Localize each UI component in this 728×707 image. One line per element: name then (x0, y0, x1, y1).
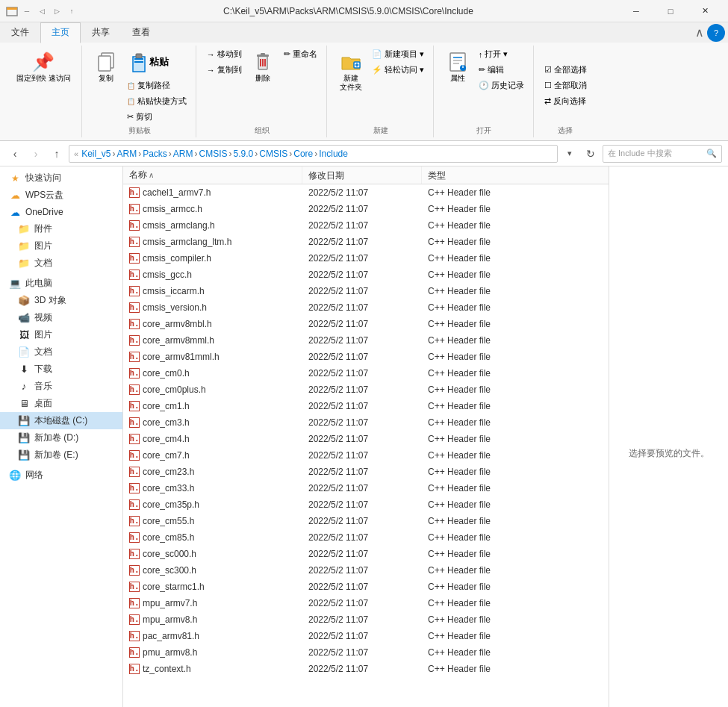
pin-quickaccess-button[interactable]: 📌 固定到快 速访问 (12, 47, 75, 86)
deselect-all-button[interactable]: ☐ 全部取消 (541, 78, 590, 93)
cut-button[interactable]: ✂ 剪切 (124, 110, 190, 124)
col-name[interactable]: 名称 ∧ (123, 166, 302, 184)
table-row[interactable]: h. mpu_armv7.h 2022/5/2 11:07 C++ Header… (123, 595, 609, 611)
table-row[interactable]: h. core_cm0.h 2022/5/2 11:07 C++ Header … (123, 365, 609, 381)
sidebar-item-attachments[interactable]: 📁 附件 (0, 220, 122, 237)
close-button[interactable]: ✕ (688, 0, 722, 22)
table-row[interactable]: h. core_cm33.h 2022/5/2 11:07 C++ Header… (123, 480, 609, 496)
sidebar-item-music[interactable]: ♪ 音乐 (0, 378, 122, 395)
table-row[interactable]: h. core_sc000.h 2022/5/2 11:07 C++ Heade… (123, 546, 609, 562)
table-row[interactable]: h. pac_armv81.h 2022/5/2 11:07 C++ Heade… (123, 628, 609, 644)
table-row[interactable]: h. tz_context.h 2022/5/2 11:07 C++ Heade… (123, 661, 609, 677)
table-row[interactable]: h. core_armv8mbl.h 2022/5/2 11:07 C++ He… (123, 316, 609, 332)
table-row[interactable]: h. cmsis_armclang.h 2022/5/2 11:07 C++ H… (123, 217, 609, 234)
paste-shortcut-button[interactable]: 📋 粘贴快捷方式 (124, 94, 190, 108)
table-row[interactable]: h. cmsis_compiler.h 2022/5/2 11:07 C++ H… (123, 250, 609, 267)
sidebar-item-wps[interactable]: ☁ WPS云盘 (0, 187, 122, 204)
table-row[interactable]: h. core_cm1.h 2022/5/2 11:07 C++ Header … (123, 398, 609, 414)
table-row[interactable]: h. core_cm55.h 2022/5/2 11:07 C++ Header… (123, 513, 609, 529)
sidebar-item-network[interactable]: 🌐 网络 (0, 467, 122, 484)
edit-button[interactable]: ✏ 编辑 (476, 63, 527, 77)
sidebar-item-c-drive[interactable]: 💾 本地磁盘 (C:) (0, 412, 122, 429)
table-row[interactable]: h. core_armv81mml.h 2022/5/2 11:07 C++ H… (123, 349, 609, 365)
copy-to-button[interactable]: → 复制到 (204, 63, 245, 77)
table-row[interactable]: h. cmsis_armclang_ltm.h 2022/5/2 11:07 C… (123, 234, 609, 250)
up-button[interactable]: ↑ (48, 145, 66, 163)
new-folder-button[interactable]: 新建文件夹 (335, 47, 367, 95)
forward-icon-sm[interactable]: ▷ (51, 5, 63, 17)
sidebar-item-thispc[interactable]: 💻 此电脑 (0, 275, 122, 292)
refresh-button[interactable]: ↻ (582, 145, 600, 163)
ribbon-tab-view[interactable]: 查看 (121, 22, 161, 43)
history-button[interactable]: 🕐 历史记录 (476, 78, 527, 93)
ribbon-tab-file[interactable]: 文件 (0, 22, 40, 43)
move-to-button[interactable]: → 移动到 (204, 47, 245, 61)
up-icon-sm[interactable]: ↑ (66, 5, 78, 17)
table-row[interactable]: h. core_cm3.h 2022/5/2 11:07 C++ Header … (123, 414, 609, 431)
table-row[interactable]: h. cmsis_armcc.h 2022/5/2 11:07 C++ Head… (123, 201, 609, 217)
forward-button[interactable]: › (27, 145, 45, 163)
table-row[interactable]: h. pmu_armv8.h 2022/5/2 11:07 C++ Header… (123, 644, 609, 661)
table-row[interactable]: h. core_starmc1.h 2022/5/2 11:07 C++ Hea… (123, 579, 609, 595)
sidebar-item-onedrive[interactable]: ☁ OneDrive (0, 204, 122, 220)
path-core[interactable]: Core (293, 149, 313, 159)
table-row[interactable]: h. core_cm85.h 2022/5/2 11:07 C++ Header… (123, 529, 609, 546)
search-box[interactable]: 在 Include 中搜索 🔍 (603, 145, 722, 163)
sidebar-item-desktop[interactable]: 🖥 桌面 (0, 395, 122, 412)
properties-button[interactable]: 属性 (441, 47, 474, 86)
sidebar-item-pics[interactable]: 🖼 图片 (0, 326, 122, 343)
path-cmsis2[interactable]: CMSIS (259, 149, 287, 159)
back-icon-sm[interactable]: ◁ (36, 5, 48, 17)
minimize-button[interactable]: ─ (619, 0, 653, 22)
path-arm2[interactable]: ARM (173, 149, 193, 159)
sidebar-item-3d[interactable]: 📦 3D 对象 (0, 292, 122, 309)
easy-access-button[interactable]: ⚡ 轻松访问 ▾ (369, 63, 427, 77)
sidebar-item-pictures[interactable]: 📁 图片 (0, 237, 122, 255)
sidebar-item-docs[interactable]: 📄 文档 (0, 343, 122, 361)
quick-access-icon-sm[interactable]: ─ (21, 5, 33, 17)
table-row[interactable]: h. core_cm35p.h 2022/5/2 11:07 C++ Heade… (123, 496, 609, 513)
rename-button[interactable]: ✏ 重命名 (281, 47, 320, 61)
table-row[interactable]: h. cmsis_iccarm.h 2022/5/2 11:07 C++ Hea… (123, 283, 609, 299)
ribbon-tab-share[interactable]: 共享 (81, 22, 121, 43)
sidebar-item-quickaccess[interactable]: ★ 快速访问 (0, 169, 122, 187)
table-row[interactable]: h. core_armv8mml.h 2022/5/2 11:07 C++ He… (123, 332, 609, 349)
open-button[interactable]: ↑ 打开 ▾ (476, 47, 527, 61)
sidebar-item-downloads[interactable]: ⬇ 下载 (0, 361, 122, 378)
path-version[interactable]: 5.9.0 (234, 149, 254, 159)
path-keil[interactable]: Keil_v5 (81, 149, 111, 159)
copy-path-button[interactable]: 📋 复制路径 (124, 78, 190, 93)
table-row[interactable]: h. core_cm23.h 2022/5/2 11:07 C++ Header… (123, 464, 609, 480)
sidebar-item-d-drive[interactable]: 💾 新加卷 (D:) (0, 429, 122, 446)
path-arm1[interactable]: ARM (116, 149, 137, 159)
copy-button[interactable]: 复制 (90, 47, 122, 86)
table-row[interactable]: h. cmsis_gcc.h 2022/5/2 11:07 C++ Header… (123, 267, 609, 283)
sidebar-item-e-drive[interactable]: 💾 新加卷 (E:) (0, 446, 122, 464)
table-row[interactable]: h. mpu_armv8.h 2022/5/2 11:07 C++ Header… (123, 611, 609, 628)
sidebar-item-documents[interactable]: 📁 文档 (0, 255, 122, 272)
dropdown-button[interactable]: ▾ (561, 145, 579, 163)
table-row[interactable]: h. cmsis_version.h 2022/5/2 11:07 C++ He… (123, 299, 609, 316)
table-row[interactable]: h. core_cm4.h 2022/5/2 11:07 C++ Header … (123, 431, 609, 447)
paste-button[interactable]: 粘贴 (124, 47, 190, 77)
ribbon-collapse-btn[interactable]: ∧ (695, 25, 704, 40)
delete-button[interactable]: 删除 (246, 47, 279, 86)
select-all-button[interactable]: ☑ 全部选择 (541, 63, 590, 77)
address-path[interactable]: « Keil_v5 › ARM › Packs › ARM › CMSIS › … (69, 145, 558, 163)
back-button[interactable]: ‹ (6, 145, 24, 163)
table-row[interactable]: h. cachel1_armv7.h 2022/5/2 11:07 C++ He… (123, 184, 609, 201)
col-type[interactable]: 类型 (422, 166, 609, 184)
path-include[interactable]: Include (319, 149, 348, 159)
maximize-button[interactable]: □ (653, 0, 688, 22)
new-item-button[interactable]: 📄 新建项目 ▾ (369, 47, 427, 61)
table-row[interactable]: h. core_cm7.h 2022/5/2 11:07 C++ Header … (123, 447, 609, 464)
invert-selection-button[interactable]: ⇄ 反向选择 (541, 94, 590, 108)
ribbon-tab-home[interactable]: 主页 (40, 22, 81, 43)
sidebar-item-videos[interactable]: 📹 视频 (0, 309, 122, 326)
path-packs[interactable]: Packs (143, 149, 167, 159)
table-row[interactable]: h. core_cm0plus.h 2022/5/2 11:07 C++ Hea… (123, 381, 609, 398)
path-cmsis1[interactable]: CMSIS (199, 149, 228, 159)
help-button[interactable]: ? (707, 24, 725, 42)
table-row[interactable]: h. core_sc300.h 2022/5/2 11:07 C++ Heade… (123, 562, 609, 579)
col-date[interactable]: 修改日期 (302, 166, 422, 184)
